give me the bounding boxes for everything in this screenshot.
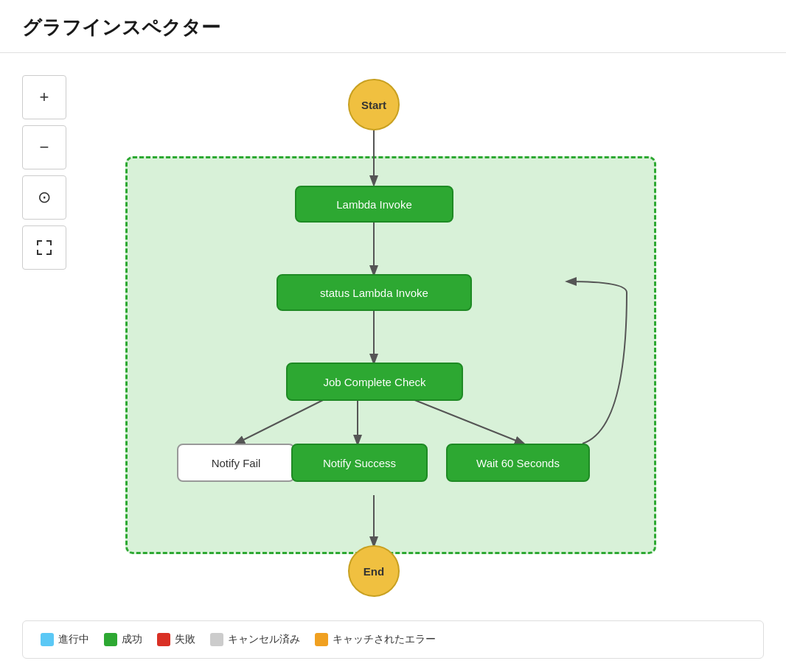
legend-caught-error: キャッチされたエラー — [315, 633, 436, 646]
graph-canvas: Start Lambda Invoke status Lambda Invoke… — [81, 68, 764, 598]
header: グラフインスペクター — [0, 0, 786, 53]
legend-color-success — [104, 633, 117, 646]
legend-label-fail: 失敗 — [175, 633, 195, 646]
legend-cancelled: キャンセル済み — [210, 633, 300, 646]
page-title: グラフインスペクター — [22, 16, 220, 38]
legend-fail: 失敗 — [157, 633, 195, 646]
job-complete-node[interactable]: Job Complete Check — [286, 363, 463, 401]
notify-success-node[interactable]: Notify Success — [291, 444, 428, 482]
fit-button[interactable]: ⊙ — [22, 175, 66, 220]
legend-label-success: 成功 — [122, 633, 142, 646]
zoom-out-button[interactable]: − — [22, 125, 66, 169]
zoom-in-button[interactable]: + — [22, 75, 66, 119]
legend-color-fail — [157, 633, 170, 646]
main-content: + − ⊙ — [0, 53, 786, 613]
notify-fail-node[interactable]: Notify Fail — [177, 444, 295, 482]
toolbar: + − ⊙ — [22, 68, 66, 598]
legend-color-in-progress — [41, 633, 54, 646]
graph-container: Start Lambda Invoke status Lambda Invoke… — [81, 68, 764, 598]
expand-button[interactable] — [22, 225, 66, 270]
end-node[interactable]: End — [348, 545, 400, 597]
legend-color-caught — [315, 633, 328, 646]
legend-label-caught: キャッチされたエラー — [333, 633, 436, 646]
start-node[interactable]: Start — [348, 79, 400, 130]
legend-label-cancelled: キャンセル済み — [228, 633, 300, 646]
legend-color-cancelled — [210, 633, 223, 646]
lambda-invoke-node[interactable]: Lambda Invoke — [295, 186, 453, 223]
legend-bar: 進行中 成功 失敗 キャンセル済み キャッチされたエラー — [22, 620, 764, 659]
legend-success: 成功 — [104, 633, 142, 646]
legend-in-progress: 進行中 — [41, 633, 89, 646]
legend-label-in-progress: 進行中 — [58, 633, 89, 646]
wait-60-node[interactable]: Wait 60 Seconds — [446, 444, 590, 482]
status-lambda-node[interactable]: status Lambda Invoke — [277, 274, 472, 311]
